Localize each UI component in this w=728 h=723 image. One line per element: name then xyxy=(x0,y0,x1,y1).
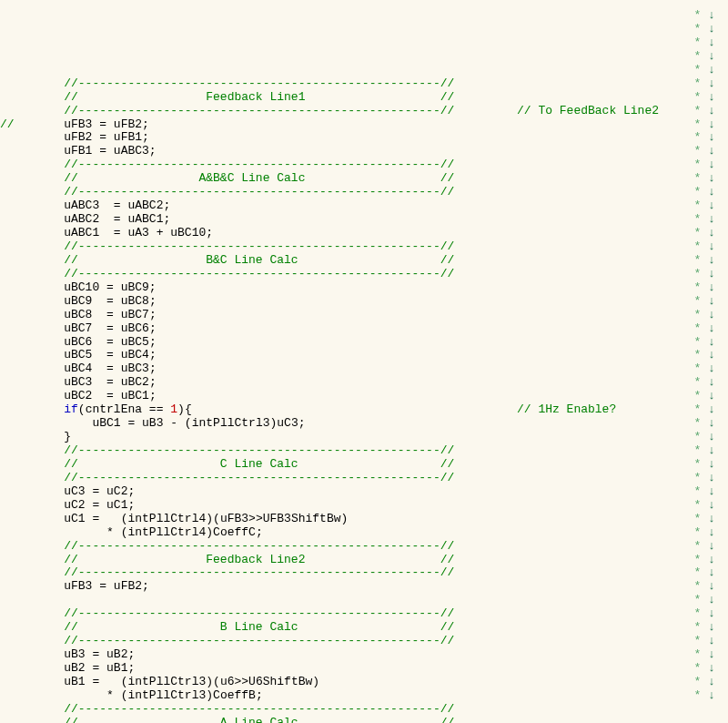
keyword-if: if xyxy=(64,402,78,416)
code-listing: //--------------------------------------… xyxy=(0,50,454,723)
section-abc-title: A&B&C Line Calc xyxy=(198,171,305,185)
literal-one: 1 xyxy=(170,402,177,416)
section-c-title: C Line Calc xyxy=(220,457,298,471)
section-a-title: A Line Calc xyxy=(220,716,298,723)
left-gutter-comment: // xyxy=(0,117,15,131)
section-b-title: B Line Calc xyxy=(220,620,298,634)
section-feedback1-title: Feedback Line1 xyxy=(206,90,305,104)
comment-to-fb2: // To FeedBack Line2 xyxy=(517,105,659,118)
comment-1hz: // 1Hz Enable? xyxy=(517,403,616,417)
margin-column: * ↓ * ↓ * ↓ * ↓ * ↓ * ↓ * ↓ * ↓ * ↓ * ↓ … xyxy=(694,9,715,703)
section-bc-title: B&C Line Calc xyxy=(206,253,298,267)
section-feedback2-title: Feedback Line2 xyxy=(206,553,305,566)
